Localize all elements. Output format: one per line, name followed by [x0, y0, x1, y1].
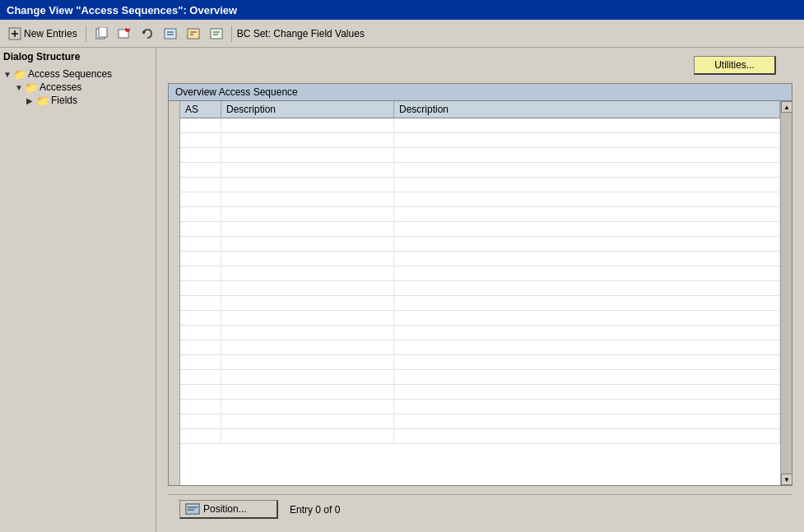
scroll-up-button[interactable]: ▲	[781, 101, 792, 113]
cell-as	[180, 266, 221, 281]
position-button[interactable]: Position...	[179, 500, 278, 519]
cell-desc2	[394, 192, 780, 207]
table-row[interactable]	[180, 163, 780, 178]
row-header-cell	[169, 353, 179, 368]
cell-as	[180, 340, 221, 355]
cell-desc1	[221, 340, 394, 355]
cell-desc2	[394, 207, 780, 222]
row-header-cell	[169, 279, 179, 294]
toolbar-btn-2[interactable]	[114, 25, 134, 42]
table-wrapper: AS Description Description	[169, 101, 792, 485]
cell-desc2	[394, 385, 780, 400]
tree-item-accesses[interactable]: ▼ 📁 Accesses	[3, 81, 152, 94]
row-header-cell	[169, 397, 179, 412]
table-row[interactable]	[180, 222, 780, 237]
title-bar: Change View "Access Sequences": Overview	[0, 0, 804, 20]
cell-as	[180, 281, 221, 296]
cell-as	[180, 222, 221, 237]
table-row[interactable]	[180, 414, 780, 429]
cell-as	[180, 192, 221, 207]
cell-as	[180, 385, 221, 400]
cell-as	[180, 355, 221, 370]
table-row[interactable]	[180, 237, 780, 252]
toolbar-btn-5[interactable]	[207, 25, 226, 42]
col-header-desc1: Description	[221, 101, 394, 118]
cell-desc1	[221, 207, 394, 222]
svg-rect-15	[211, 29, 222, 39]
cell-desc1	[221, 222, 394, 237]
table-row[interactable]	[180, 355, 780, 370]
cell-desc1	[221, 429, 394, 444]
separator-2	[231, 25, 232, 42]
tree-label-accesses: Accesses	[40, 81, 81, 93]
table-row[interactable]	[180, 340, 780, 355]
scroll-down-button[interactable]: ▼	[781, 474, 792, 485]
svg-rect-9	[165, 29, 176, 39]
cell-desc2	[394, 311, 780, 326]
cell-desc2	[394, 266, 780, 281]
cell-desc1	[221, 326, 394, 340]
cell-desc1	[221, 133, 394, 148]
toolbar-icon-3	[164, 27, 177, 40]
tree-label-access-sequences: Access Sequences	[28, 68, 112, 80]
cell-desc2	[394, 355, 780, 370]
tree-item-fields[interactable]: ▶ 📁 Fields	[3, 94, 152, 107]
toolbar-btn-4[interactable]	[184, 25, 203, 42]
row-header-cell	[169, 308, 179, 323]
table-row[interactable]	[180, 400, 780, 414]
table-row[interactable]	[180, 192, 780, 207]
cell-desc1	[221, 178, 394, 192]
cell-desc2	[394, 237, 780, 252]
table-row[interactable]	[180, 178, 780, 192]
table-row[interactable]	[180, 311, 780, 326]
cell-as	[180, 252, 221, 266]
tree-item-access-sequences[interactable]: ▼ 📁 Access Sequences	[3, 67, 152, 81]
table-row[interactable]	[180, 118, 780, 133]
row-header-cell	[169, 249, 179, 264]
cell-desc1	[221, 370, 394, 385]
toolbar-btn-1[interactable]	[91, 25, 111, 42]
table-row[interactable]	[180, 370, 780, 385]
row-header-cell	[169, 116, 179, 131]
row-header-cell	[169, 205, 179, 220]
utilities-button[interactable]: Utilities...	[694, 56, 776, 75]
row-header-cell	[169, 234, 179, 249]
toolbar-icon-4	[187, 27, 200, 40]
tree-label-fields: Fields	[51, 95, 77, 106]
bottom-bar: Position... Entry 0 of 0	[168, 494, 792, 524]
cell-desc1	[221, 385, 394, 400]
table-row[interactable]	[180, 326, 780, 340]
table-row[interactable]	[180, 148, 780, 163]
cell-desc2	[394, 296, 780, 311]
folder-icon-2: 📁	[25, 81, 38, 93]
tree-toggle-2: ▼	[15, 83, 25, 92]
position-icon	[185, 503, 200, 515]
cell-desc2	[394, 400, 780, 414]
toolbar-btn-undo[interactable]	[137, 25, 157, 42]
scrollbar[interactable]: ▲ ▼	[780, 101, 792, 485]
new-entries-button[interactable]: New Entries	[5, 25, 81, 42]
cell-desc1	[221, 281, 394, 296]
table-row[interactable]	[180, 385, 780, 400]
table-title: Overview Access Sequence	[169, 84, 792, 101]
row-header-cell	[169, 160, 179, 175]
sidebar: Dialog Structure ▼ 📁 Access Sequences ▼ …	[0, 48, 156, 532]
table-row[interactable]	[180, 281, 780, 296]
row-header-cell	[169, 368, 179, 382]
table-row[interactable]	[180, 266, 780, 281]
cell-as	[180, 237, 221, 252]
main-area: Dialog Structure ▼ 📁 Access Sequences ▼ …	[0, 48, 804, 532]
table-row[interactable]	[180, 429, 780, 444]
toolbar-btn-3[interactable]	[160, 25, 180, 42]
table-row[interactable]	[180, 296, 780, 311]
utilities-label: Utilities...	[714, 59, 755, 71]
cell-desc2	[394, 133, 780, 148]
table-row[interactable]	[180, 252, 780, 266]
table-row[interactable]	[180, 207, 780, 222]
utilities-row: Utilities...	[168, 56, 792, 75]
row-header-cell	[169, 323, 179, 338]
cell-as	[180, 148, 221, 163]
col-header-as: AS	[180, 101, 221, 118]
table-row[interactable]	[180, 133, 780, 148]
row-header-cell	[169, 382, 179, 397]
